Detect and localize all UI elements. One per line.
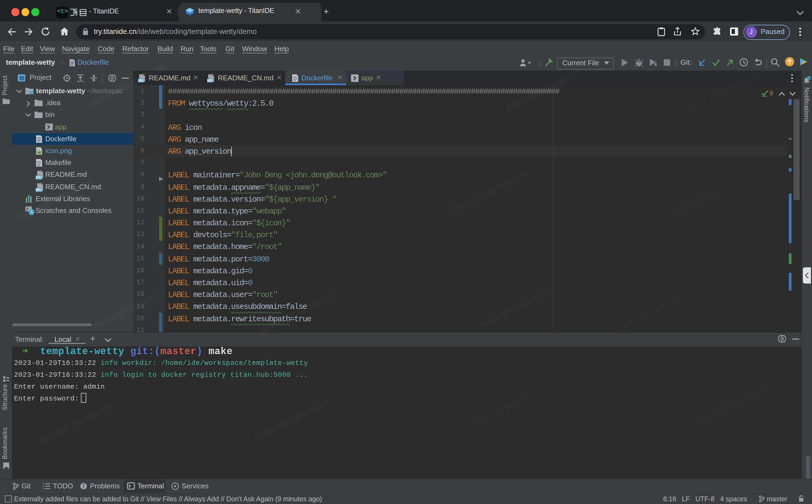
svg-text:MD: MD bbox=[36, 175, 42, 180]
svg-text:MD: MD bbox=[36, 187, 42, 192]
svg-text:MD: MD bbox=[207, 78, 213, 82]
